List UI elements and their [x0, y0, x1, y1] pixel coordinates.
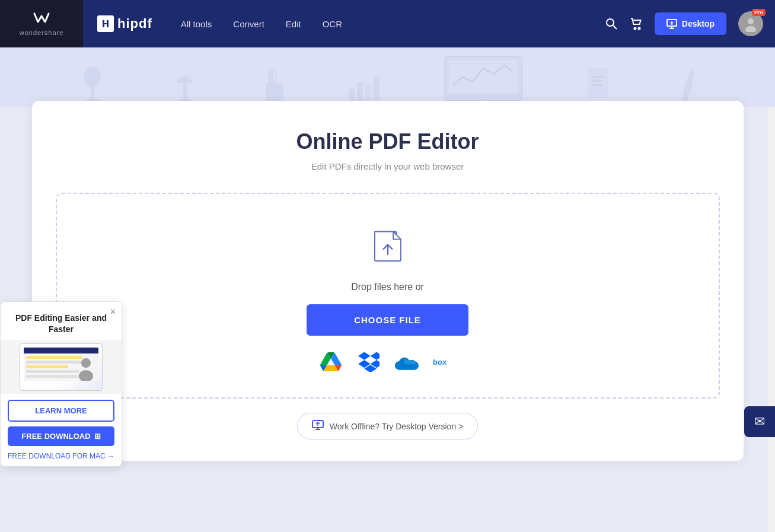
svg-rect-24	[449, 60, 518, 93]
svg-rect-17	[275, 70, 277, 86]
cloud-icons: box	[319, 350, 457, 374]
pro-badge: Pro	[752, 9, 766, 16]
offline-bar[interactable]: Work Offline? Try Desktop Version >	[297, 413, 479, 439]
mail-icon: ✉	[754, 414, 765, 429]
deco-monitor	[442, 53, 525, 107]
desktop-btn-label: Desktop	[682, 19, 715, 28]
wondershare-text: wondershare	[20, 29, 64, 36]
offline-icon	[312, 419, 324, 433]
page-title: Online PDF Editor	[56, 129, 720, 154]
popup-title: PDF Editing Easier and Faster	[1, 302, 122, 340]
svg-rect-30	[592, 84, 602, 86]
page-subtitle: Edit PDFs directly in your web browser	[56, 161, 720, 171]
hipdf-logo: hipdf	[97, 15, 152, 32]
nav-edit[interactable]: Edit	[286, 19, 301, 29]
nav-convert[interactable]: Convert	[233, 19, 264, 29]
main-card: Online PDF Editor Edit PDFs directly in …	[32, 101, 744, 461]
svg-point-1	[607, 19, 614, 26]
nav-right: Desktop Pro	[605, 11, 763, 36]
box-icon[interactable]: box	[433, 350, 457, 374]
svg-point-36	[81, 358, 91, 368]
hero-decorations	[0, 47, 775, 107]
popup-learn-more-button[interactable]: LEARN MORE	[8, 400, 114, 422]
popup-close-button[interactable]: ×	[110, 307, 116, 317]
upload-icon	[369, 230, 407, 270]
popup-mac-link-text: FREE DOWNLOAD FOR MAC →	[8, 452, 114, 460]
hipdf-text: hipdf	[117, 16, 152, 31]
floating-mail-button[interactable]: ✉	[744, 406, 775, 437]
nav-all-tools[interactable]: All tools	[181, 19, 212, 29]
cart-button[interactable]	[630, 17, 643, 30]
popup-image	[1, 340, 122, 394]
wondershare-brand: wondershare	[20, 11, 64, 36]
popup-free-download-button[interactable]: FREE DOWNLOAD ⊞	[8, 426, 114, 446]
wondershare-icon	[32, 11, 51, 28]
google-drive-icon[interactable]	[319, 350, 343, 374]
hero-background	[0, 47, 775, 107]
svg-rect-18	[269, 71, 270, 86]
svg-point-4	[638, 28, 640, 30]
onedrive-icon[interactable]	[395, 350, 419, 374]
drop-text: Drop files here or	[351, 282, 424, 292]
popup-download-label: FREE DOWNLOAD	[21, 432, 90, 441]
choose-file-button[interactable]: CHOOSE FILE	[307, 304, 468, 336]
svg-rect-29	[592, 80, 601, 82]
desktop-button[interactable]: Desktop	[655, 12, 726, 35]
svg-point-3	[634, 28, 636, 30]
svg-point-9	[745, 26, 756, 32]
svg-rect-22	[374, 77, 379, 104]
navbar: wondershare hipdf All tools Convert Edit…	[0, 0, 775, 47]
nav-links: All tools Convert Edit OCR	[181, 19, 342, 29]
windows-icon: ⊞	[94, 432, 101, 441]
svg-rect-16	[271, 68, 273, 86]
svg-rect-13	[183, 83, 187, 101]
popup-mac-link[interactable]: FREE DOWNLOAD FOR MAC →	[1, 452, 122, 466]
popup-screenshot	[20, 343, 103, 391]
nav-ocr[interactable]: OCR	[323, 19, 342, 29]
svg-point-37	[79, 370, 93, 381]
search-button[interactable]	[605, 17, 618, 30]
svg-line-2	[613, 26, 617, 29]
svg-point-8	[748, 18, 754, 24]
hipdf-icon-box	[97, 15, 114, 32]
avatar-wrapper[interactable]: Pro	[738, 11, 763, 36]
dropbox-icon[interactable]	[357, 350, 381, 374]
offline-text: Work Offline? Try Desktop Version >	[330, 422, 464, 431]
svg-text:box: box	[433, 358, 447, 367]
svg-point-10	[84, 66, 101, 88]
svg-rect-28	[592, 76, 604, 78]
popup-card: × PDF Editing Easier and Faster	[0, 301, 122, 467]
svg-rect-27	[588, 68, 608, 98]
brand-logo-area: wondershare	[0, 0, 83, 47]
drop-zone[interactable]: Drop files here or CHOOSE FILE	[56, 193, 720, 399]
